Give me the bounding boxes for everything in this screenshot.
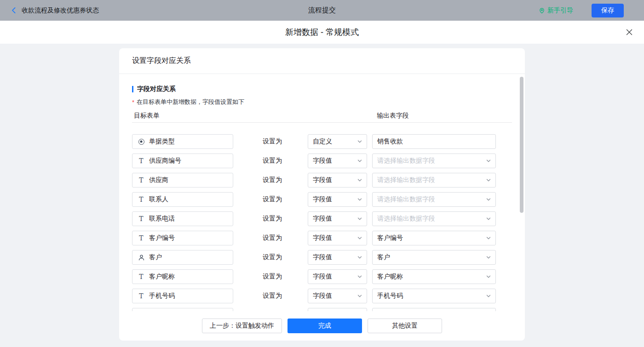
- radio-field-icon: [138, 139, 145, 145]
- scrollbar-thumb[interactable]: [520, 77, 523, 213]
- field-mapping-row: T 联系电话 设置为 字段值 请选择输出数据字段: [132, 209, 512, 228]
- field-mapping-row: 单据类型 设置为 自定义 销售收款: [132, 132, 512, 151]
- target-field-label: 客户: [149, 253, 162, 262]
- target-field-box[interactable]: 单据类型: [132, 134, 233, 149]
- field-mapping-row: T 联系人 设置为 字段值 请选择输出数据字段: [132, 190, 512, 209]
- card-body: 字段对应关系 * 在目标表单中新增数据，字段值设置如下 目标表单 输出表字段 单…: [119, 74, 525, 311]
- output-field-select[interactable]: 请选择输出数据字段: [372, 192, 496, 207]
- field-mapping-list: 单据类型 设置为 自定义 销售收款 T 供应商编号 设置为 字段值 请选择输出数…: [132, 123, 512, 311]
- chevron-down-icon: [486, 178, 491, 182]
- target-field-label: 手机号码: [149, 292, 175, 300]
- section-title-text: 字段对应关系: [137, 85, 176, 93]
- text-field-icon: T: [138, 235, 145, 241]
- text-field-icon: T: [138, 293, 145, 299]
- mode-select[interactable]: 字段值: [308, 211, 367, 226]
- target-field-box[interactable]: [132, 308, 233, 311]
- output-field-select[interactable]: 手机号码: [372, 289, 496, 303]
- output-field-select[interactable]: [372, 308, 496, 311]
- target-field-box[interactable]: 客户: [132, 250, 233, 265]
- mode-select[interactable]: 字段值: [308, 154, 367, 168]
- mode-select[interactable]: 字段值: [308, 173, 367, 188]
- target-field-box[interactable]: T 客户编号: [132, 231, 233, 245]
- set-as-label: 设置为: [263, 215, 282, 223]
- mode-select[interactable]: 字段值: [308, 231, 367, 245]
- prev-step-button[interactable]: 上一步：设置触发动作: [202, 319, 282, 333]
- set-as-label: 设置为: [263, 137, 282, 146]
- set-as-label: 设置为: [263, 292, 282, 300]
- text-field-icon: T: [138, 196, 145, 203]
- field-mapping-row: 客户 设置为 字段值 客户: [132, 248, 512, 267]
- modal-header: 新增数据 - 常规模式: [0, 21, 644, 44]
- output-field-value: 请选择输出数据字段: [377, 157, 483, 165]
- chevron-down-icon: [486, 274, 491, 279]
- save-button[interactable]: 保存: [592, 4, 624, 17]
- output-field-select[interactable]: 请选择输出数据字段: [372, 173, 496, 188]
- target-field-box[interactable]: T 联系人: [132, 192, 233, 207]
- chevron-down-icon: [486, 197, 491, 202]
- other-settings-button[interactable]: 其他设置: [368, 319, 442, 333]
- target-field-box[interactable]: T 手机号码: [132, 289, 233, 303]
- back-chevron-icon: [10, 6, 18, 14]
- beginner-guide-link[interactable]: 新手引导: [539, 6, 573, 15]
- mapping-card: 设置字段对应关系 字段对应关系 * 在目标表单中新增数据，字段值设置如下 目标表…: [119, 48, 525, 341]
- modal-body: 设置字段对应关系 字段对应关系 * 在目标表单中新增数据，字段值设置如下 目标表…: [0, 44, 644, 347]
- output-field-value: 请选择输出数据字段: [377, 215, 483, 223]
- chevron-down-icon: [486, 294, 491, 298]
- close-button[interactable]: [626, 28, 633, 36]
- mode-select[interactable]: 字段值: [308, 250, 367, 265]
- mode-select-value: 字段值: [313, 215, 355, 223]
- done-button[interactable]: 完成: [288, 319, 362, 333]
- output-field-value: 请选择输出数据字段: [377, 176, 483, 184]
- required-mark: *: [132, 99, 134, 106]
- target-field-label: 客户编号: [149, 234, 175, 242]
- mode-select[interactable]: [308, 308, 367, 311]
- target-field-box[interactable]: T 供应商: [132, 173, 233, 188]
- output-field-select[interactable]: 请选择输出数据字段: [372, 154, 496, 168]
- field-mapping-row: T 客户昵称 设置为 字段值 客户昵称: [132, 267, 512, 286]
- output-field-select[interactable]: 客户编号: [372, 231, 496, 245]
- mode-select[interactable]: 字段值: [308, 269, 367, 284]
- chevron-down-icon: [486, 236, 491, 240]
- chevron-down-icon: [357, 236, 362, 240]
- chevron-down-icon: [357, 216, 362, 221]
- target-field-box[interactable]: T 供应商编号: [132, 154, 233, 168]
- mode-select-value: 字段值: [313, 195, 355, 204]
- target-field-label: 供应商: [149, 176, 168, 184]
- flow-name-label: 收款流程及修改优惠券状态: [22, 6, 99, 15]
- output-field-value: 客户编号: [377, 234, 483, 242]
- card-title: 设置字段对应关系: [119, 48, 525, 74]
- guide-pin-icon: [539, 7, 545, 14]
- column-target-form: 目标表单: [134, 112, 160, 120]
- back-button[interactable]: 收款流程及修改优惠券状态: [10, 6, 99, 15]
- target-field-box[interactable]: T 联系电话: [132, 211, 233, 226]
- chevron-down-icon: [486, 159, 491, 163]
- mode-select[interactable]: 字段值: [308, 192, 367, 207]
- output-value-input[interactable]: 销售收款: [372, 134, 496, 149]
- mode-select[interactable]: 自定义: [308, 134, 367, 149]
- target-field-label: 客户昵称: [149, 273, 175, 281]
- output-field-select[interactable]: 客户: [372, 250, 496, 265]
- output-field-value: 请选择输出数据字段: [377, 195, 483, 204]
- column-output-fields: 输出表字段: [377, 112, 409, 120]
- text-field-icon: T: [138, 177, 145, 183]
- target-field-box[interactable]: T 客户昵称: [132, 269, 233, 284]
- output-field-value: 销售收款: [377, 137, 491, 146]
- chevron-down-icon: [486, 216, 491, 221]
- target-field-label: 联系电话: [149, 215, 175, 223]
- output-field-select[interactable]: 客户昵称: [372, 269, 496, 284]
- chevron-down-icon: [486, 255, 491, 260]
- field-mapping-row: [132, 306, 512, 311]
- mode-select-value: 字段值: [313, 273, 355, 281]
- hint-row: * 在目标表单中新增数据，字段值设置如下: [132, 98, 512, 106]
- output-field-value: 客户昵称: [377, 273, 483, 281]
- chevron-down-icon: [357, 159, 362, 163]
- output-field-select[interactable]: 请选择输出数据字段: [372, 211, 496, 226]
- mode-select[interactable]: 字段值: [308, 289, 367, 303]
- target-field-label: 联系人: [149, 195, 168, 204]
- set-as-label: 设置为: [263, 157, 282, 165]
- set-as-label: 设置为: [263, 176, 282, 184]
- text-field-icon: T: [138, 158, 145, 164]
- field-mapping-row: T 客户编号 设置为 字段值 客户编号: [132, 228, 512, 248]
- card-footer: 上一步：设置触发动作 完成 其他设置: [119, 311, 525, 341]
- section-title: 字段对应关系: [132, 85, 512, 93]
